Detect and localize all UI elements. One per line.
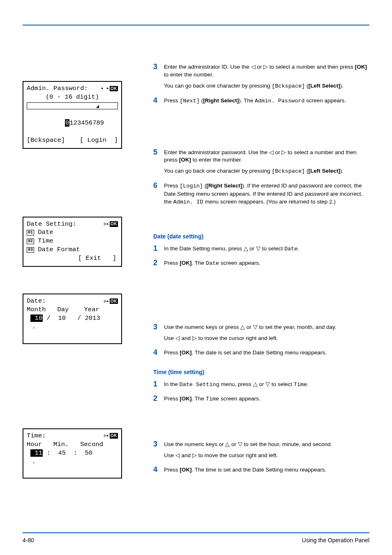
text-mono: [Bckspace] xyxy=(272,83,305,89)
time-rest: : 45 : 50 xyxy=(43,449,92,457)
text-mono: Date xyxy=(284,246,297,252)
text: ( xyxy=(203,183,206,189)
text-bold: [Right Select] xyxy=(206,183,242,189)
text: ). The xyxy=(239,97,255,104)
text-mono: Time xyxy=(206,396,219,402)
lcd-title: Time: xyxy=(27,432,46,440)
text-mono: [Bckspace] xyxy=(272,168,305,174)
text: screen appears. xyxy=(219,395,261,402)
text: Use ◁ and ▷ to move the cursor right and… xyxy=(164,452,369,460)
text: ). xyxy=(340,168,344,174)
nav-ok-icon: ✢▸OK xyxy=(104,298,118,304)
text: Use ◁ and ▷ to move the cursor right and… xyxy=(164,335,369,342)
text-bold: [OK] xyxy=(180,395,191,402)
date-month-highlight: 10 xyxy=(30,314,43,322)
nav-ok-icon: ◂ ▸OK xyxy=(100,85,118,92)
step-6: 6 Press [Login] ([Right Select]). If the… xyxy=(153,181,369,210)
text: Press xyxy=(164,349,180,356)
step-num: 1 xyxy=(153,380,164,392)
text: screen appears. xyxy=(219,260,261,266)
text-mono: Admin. Password xyxy=(255,98,305,104)
step-num: 2 xyxy=(153,394,164,407)
text-bold: [OK] xyxy=(180,467,191,473)
step-num: 5 xyxy=(153,148,164,179)
text: In the Date Setting menu, press △ or ▽ t… xyxy=(164,245,284,252)
section-date-heading: Date (date setting) xyxy=(153,233,369,241)
text: . xyxy=(297,245,299,252)
text-bold: [Left Select] xyxy=(308,83,340,89)
digit-list: 123456789 xyxy=(69,119,104,127)
text: Use the numeric keys or △ or ▽ to set th… xyxy=(164,441,369,449)
text-bold: [OK] xyxy=(355,64,367,70)
text-bold: [OK] xyxy=(180,349,191,356)
softkey-right: [ Login ] xyxy=(80,136,118,145)
text: ). xyxy=(340,83,344,89)
step-num: 4 xyxy=(153,465,164,477)
lcd-date-setting: Date Setting: ✢▸OK 01 Date 02 Time 03 Da… xyxy=(23,217,122,267)
text: screen appears. xyxy=(304,97,346,104)
nav-ok-icon: ✢▸OK xyxy=(104,433,118,439)
text: . The xyxy=(192,395,206,402)
text: Press xyxy=(164,97,180,104)
step-3a: 3 Enter the administrator ID. Use the ◁ … xyxy=(153,62,369,94)
text: ( xyxy=(200,97,203,104)
text: Press xyxy=(164,260,180,266)
time-step-4: 4 Press [OK]. The time is set and the Da… xyxy=(153,465,369,477)
text-bold: [OK] xyxy=(180,260,191,266)
text: Press xyxy=(164,467,180,473)
date-rest: / 10 / 2013 xyxy=(43,314,100,322)
header-rule xyxy=(23,25,369,25)
digit-highlight: 0 xyxy=(65,119,69,127)
text: to enter the number. xyxy=(164,72,214,78)
date-step-4: 4 Press [OK]. The date is set and the Da… xyxy=(153,348,369,360)
time-step-1: 1 In the Date Setting menu, press △ or ▽… xyxy=(153,380,369,392)
time-step-2: 2 Press [OK]. The Time screen appears. xyxy=(153,394,369,407)
text-bold: [OK] xyxy=(179,157,191,163)
step-4a: 4 Press [Next] ([Right Select]). The Adm… xyxy=(153,96,369,109)
text: . The time is set and the Date Setting m… xyxy=(192,467,327,473)
text: Press xyxy=(164,183,180,189)
menu-label: Time xyxy=(34,237,53,245)
menu-label: Date Format xyxy=(34,246,80,253)
nav-ok-icon: ✢▸OK xyxy=(104,221,118,227)
footer-label: Using the Operation Panel xyxy=(302,536,369,545)
menu-num: 01 xyxy=(27,230,34,236)
lcd-date: Date: ✢▸OK Month Day Year 10 / 10 / 2013… xyxy=(23,294,122,344)
text: Use the numeric keys or press △ or ▽ to … xyxy=(164,324,369,331)
step-num: 3 xyxy=(153,62,164,94)
section-time-heading: Time (time setting) xyxy=(153,368,369,377)
time-step-3: 3 Use the numeric keys or △ or ▽ to set … xyxy=(153,440,369,463)
step-num: 6 xyxy=(153,181,164,210)
text-mono: Admin. ID xyxy=(173,199,203,205)
step-num: 1 xyxy=(153,244,164,257)
text: . xyxy=(307,381,309,387)
text-mono: [Next] xyxy=(180,98,200,104)
menu-label: Date xyxy=(34,229,53,236)
text: to enter the number. xyxy=(191,157,242,163)
date-step-2: 2 Press [OK]. The Date screen appears. xyxy=(153,259,369,271)
text-mono: [Login] xyxy=(180,183,203,189)
lcd-title: Date: xyxy=(27,297,46,305)
lcd-input-box: ◢ xyxy=(27,102,118,109)
footer: 4-80 Using the Operation Panel xyxy=(23,532,369,545)
lcd-admin-password: Admin. Password: ◂ ▸OK (0 - 16 digit) ◢ … xyxy=(23,81,122,149)
text-mono: Date Setting xyxy=(180,382,219,388)
step-num: 4 xyxy=(153,96,164,109)
step-num: 3 xyxy=(153,323,164,346)
cursor-icon: ◢ xyxy=(96,103,99,110)
text: You can go back one character by pressin… xyxy=(164,83,272,89)
text: You can go back one character by pressin… xyxy=(164,168,272,174)
time-header: Hour Min. Second xyxy=(27,440,118,449)
lcd-title: Admin. Password: xyxy=(27,84,88,93)
lcd-hint: (0 - 16 digit) xyxy=(27,93,118,102)
date-step-1: 1 In the Date Setting menu, press △ or ▽… xyxy=(153,244,369,257)
step-num: 2 xyxy=(153,259,164,271)
step-5: 5 Enter the administrator password. Use … xyxy=(153,148,369,179)
text: In the xyxy=(164,381,180,387)
time-hour-highlight: 11 xyxy=(30,449,43,457)
lcd-title: Date Setting: xyxy=(27,220,76,229)
text-bold: [Right Select] xyxy=(203,97,239,104)
lcd-time: Time: ✢▸OK Hour Min. Second 11 : 45 : 50… xyxy=(23,428,122,479)
step-num: 3 xyxy=(153,440,164,463)
softkey-left: [Bckspace] xyxy=(27,136,65,145)
